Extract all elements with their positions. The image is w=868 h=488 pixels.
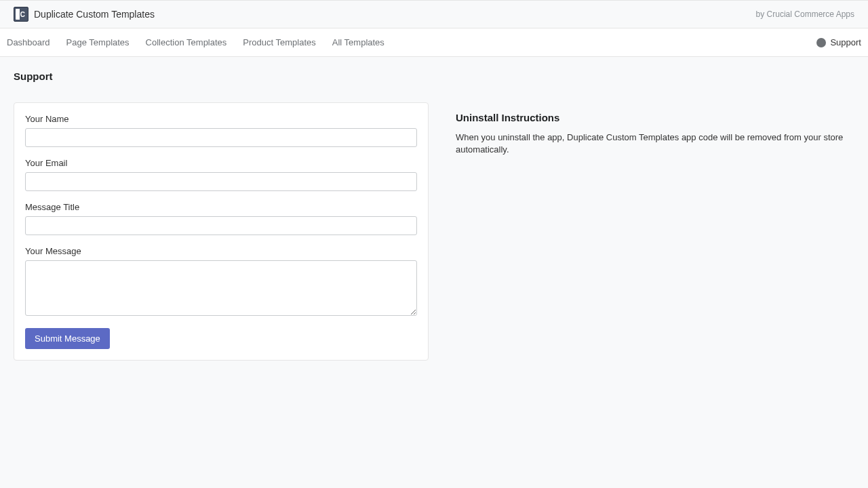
page-title: Support [14, 70, 854, 82]
form-group-name: Your Name [25, 114, 417, 147]
title-label: Message Title [25, 202, 417, 212]
page-content: Support Your Name Your Email Message Tit… [0, 57, 868, 374]
message-textarea[interactable] [25, 260, 417, 316]
form-group-email: Your Email [25, 158, 417, 191]
nav-item-dashboard[interactable]: Dashboard [7, 28, 58, 57]
columns: Your Name Your Email Message Title Your … [14, 102, 854, 361]
header-left: Duplicate Custom Templates [14, 7, 155, 22]
form-group-message: Your Message [25, 246, 417, 319]
name-label: Your Name [25, 114, 417, 124]
nav-item-collection-templates[interactable]: Collection Templates [138, 28, 235, 57]
submit-button[interactable]: Submit Message [25, 328, 110, 349]
nav-support-label: Support [830, 37, 861, 47]
nav-bar: Dashboard Page Templates Collection Temp… [0, 28, 868, 57]
app-logo-icon [14, 7, 28, 22]
uninstall-heading: Uninstall Instructions [456, 112, 854, 123]
form-group-title: Message Title [25, 202, 417, 235]
nav-support-button[interactable]: Support [816, 37, 861, 47]
app-title: Duplicate Custom Templates [34, 9, 155, 20]
uninstall-text: When you uninstall the app, Duplicate Cu… [456, 131, 854, 156]
name-input[interactable] [25, 128, 417, 147]
top-header: Duplicate Custom Templates by Crucial Co… [0, 0, 868, 28]
nav-item-product-templates[interactable]: Product Templates [235, 28, 323, 57]
nav-item-all-templates[interactable]: All Templates [324, 28, 393, 57]
email-input[interactable] [25, 172, 417, 191]
nav-item-page-templates[interactable]: Page Templates [58, 28, 138, 57]
chat-icon [816, 38, 826, 47]
email-label: Your Email [25, 158, 417, 168]
nav-left: Dashboard Page Templates Collection Temp… [7, 28, 393, 57]
uninstall-section: Uninstall Instructions When you uninstal… [456, 102, 854, 156]
header-attribution: by Crucial Commerce Apps [756, 9, 854, 19]
message-label: Your Message [25, 246, 417, 256]
support-form-card: Your Name Your Email Message Title Your … [14, 102, 429, 361]
title-input[interactable] [25, 216, 417, 235]
